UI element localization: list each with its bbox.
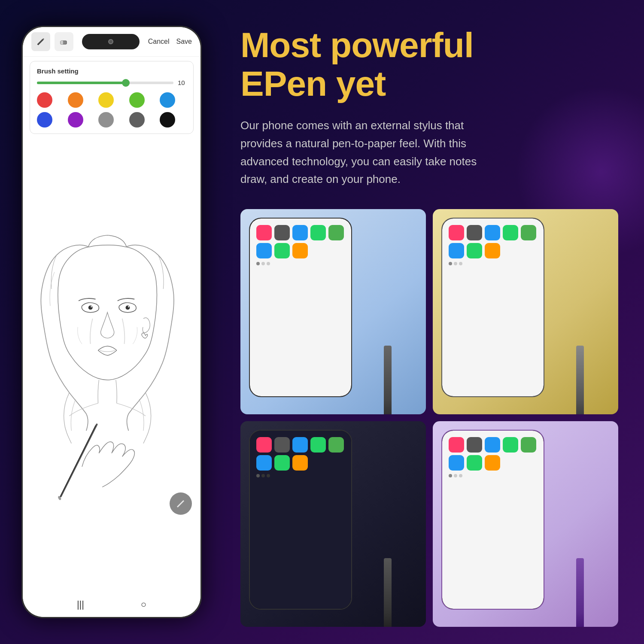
svg-point-6 — [128, 306, 129, 307]
save-button[interactable]: Save — [176, 38, 192, 46]
phone-mockup: Cancel Save Brush setting 10 — [21, 26, 202, 618]
photo-grid — [240, 209, 618, 627]
color-swatch-purple[interactable] — [68, 112, 83, 128]
color-grid — [37, 92, 186, 128]
phone-bottom-bar: ||| ○ — [23, 592, 200, 617]
photo-cell-blue — [240, 209, 426, 415]
color-swatch-black[interactable] — [160, 112, 175, 128]
color-swatch-red[interactable] — [37, 92, 52, 108]
svg-point-5 — [126, 306, 130, 310]
right-panel: Most powerful EPen yet Our phone comes w… — [223, 0, 644, 644]
slider-track[interactable] — [37, 82, 173, 84]
photo-cell-purple — [433, 421, 618, 627]
svg-point-4 — [91, 306, 92, 307]
color-swatch-blue[interactable] — [160, 92, 175, 108]
camera-dot — [108, 39, 113, 44]
pen-float-button[interactable] — [170, 492, 192, 515]
left-panel: Cancel Save Brush setting 10 — [0, 0, 223, 644]
photo-cell-gold — [433, 209, 618, 415]
svg-rect-1 — [61, 41, 63, 44]
hero-title-line2: EPen yet — [240, 64, 386, 103]
face-sketch-svg — [23, 138, 200, 592]
nav-home[interactable]: ○ — [141, 599, 146, 610]
brush-setting-label: Brush setting — [37, 67, 186, 75]
top-actions: Cancel Save — [148, 38, 192, 46]
stylus-pen-blue — [384, 346, 392, 414]
color-swatch-dark-blue[interactable] — [37, 112, 52, 128]
eraser-tool-button[interactable] — [55, 32, 73, 51]
hero-description: Our phone comes with an external stylus … — [240, 117, 498, 188]
hero-title: Most powerful EPen yet — [240, 26, 618, 103]
cancel-button[interactable]: Cancel — [148, 38, 170, 46]
color-swatch-yellow[interactable] — [98, 92, 114, 108]
pen-tool-button[interactable] — [31, 32, 50, 51]
color-swatch-orange[interactable] — [68, 92, 83, 108]
photo-cell-dark — [240, 421, 426, 627]
stylus-pen-purple — [576, 558, 584, 627]
nav-recents[interactable]: ||| — [77, 599, 84, 610]
mini-phone-purple — [441, 430, 544, 610]
phone-screen: Cancel Save Brush setting 10 — [23, 27, 200, 617]
drawing-canvas[interactable] — [23, 138, 200, 592]
hero-title-line1: Most powerful — [240, 25, 474, 64]
color-swatch-gray[interactable] — [129, 112, 145, 128]
svg-point-3 — [88, 306, 93, 310]
color-swatch-light-gray[interactable] — [98, 112, 114, 128]
mini-phone-blue — [249, 218, 352, 398]
stylus-pen-gold — [576, 346, 584, 414]
mini-phone-gold — [441, 218, 544, 398]
brush-panel: Brush setting 10 — [30, 61, 194, 134]
camera-pill — [82, 34, 140, 49]
phone-top-bar: Cancel Save — [23, 27, 200, 57]
mini-phone-dark — [249, 430, 352, 610]
slider-thumb[interactable] — [122, 79, 130, 87]
brush-size-slider-row: 10 — [37, 79, 186, 86]
color-swatch-green[interactable] — [129, 92, 145, 108]
slider-fill — [37, 82, 126, 84]
brush-value: 10 — [178, 79, 186, 86]
stylus-pen-dark — [384, 558, 392, 627]
